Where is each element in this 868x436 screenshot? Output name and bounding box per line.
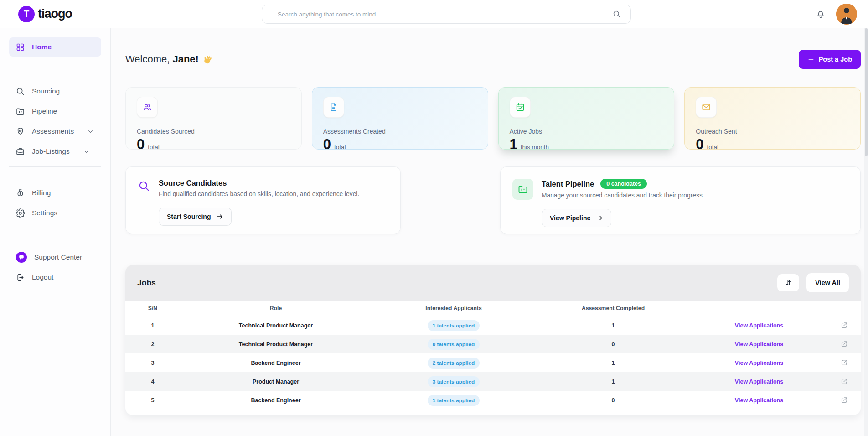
badge-shield-icon	[16, 127, 25, 136]
view-pipeline-button[interactable]: View Pipeline	[542, 209, 611, 227]
sidebar-item-pipeline[interactable]: Pipeline	[9, 102, 101, 121]
table-row: 4 Product Manager 3 talents applied 1 Vi…	[125, 372, 861, 391]
calendar-check-icon	[510, 97, 531, 118]
actions-cell: View Applications	[691, 341, 827, 348]
external-link-icon[interactable]	[827, 378, 861, 385]
applicants-badge: 2 talents applied	[428, 358, 480, 369]
sidebar-divider	[9, 166, 101, 167]
sidebar-divider	[9, 62, 101, 62]
search-icon	[16, 87, 25, 96]
role-cell: Technical Product Manager	[180, 322, 372, 329]
search-icon[interactable]	[612, 10, 621, 19]
stat-card-outreach-sent: Outreach Sent 0 total	[684, 87, 861, 150]
table-header-row: S/N Role Interested Applicants Assessmen…	[125, 301, 861, 316]
user-avatar[interactable]	[836, 4, 857, 25]
action-cards-row: Source Candidates Find qualified candida…	[125, 166, 861, 234]
start-sourcing-button[interactable]: Start Sourcing	[159, 208, 232, 226]
external-link-icon[interactable]	[827, 322, 861, 329]
view-all-button[interactable]: View All	[806, 273, 849, 292]
applicants-badge: 1 talents applied	[428, 395, 480, 406]
wave-hand-icon	[201, 52, 214, 66]
column-header-role: Role	[180, 305, 372, 311]
sidebar-item-settings[interactable]: Settings	[9, 203, 101, 223]
view-applications-link[interactable]: View Applications	[735, 379, 783, 385]
column-header-sn: S/N	[125, 305, 180, 311]
chevron-down-icon[interactable]	[83, 148, 90, 155]
global-search	[262, 5, 631, 24]
sidebar-item-label: Billing	[32, 189, 51, 197]
stat-card-active-jobs: Active Jobs 1 this month	[498, 87, 675, 150]
post-a-job-button[interactable]: Post a Job	[799, 50, 861, 69]
button-label: Start Sourcing	[167, 213, 211, 220]
chevron-down-icon[interactable]	[87, 128, 94, 135]
arrow-right-icon	[216, 213, 223, 220]
sort-button[interactable]	[777, 274, 799, 291]
search-input[interactable]	[262, 11, 612, 18]
stat-value: 1	[510, 136, 517, 153]
interested-applicants-cell: 3 talents applied	[372, 376, 536, 387]
view-applications-link[interactable]: View Applications	[735, 397, 783, 404]
serial-number-cell: 2	[125, 341, 180, 348]
header-divider	[769, 271, 769, 295]
jobs-table: S/N Role Interested Applicants Assessmen…	[125, 301, 861, 415]
sidebar-divider	[9, 228, 101, 228]
folder-kanban-icon	[16, 107, 25, 116]
grid-icon	[16, 42, 25, 52]
notifications-bell-icon[interactable]	[815, 9, 826, 20]
sidebar-item-assessments[interactable]: Assessments	[9, 122, 101, 141]
top-bar: T tiaogo	[0, 0, 868, 28]
brand-logo: T tiaogo	[18, 6, 72, 22]
serial-number-cell: 1	[125, 322, 180, 329]
stat-card-assessments-created: Assessments Created 0 total	[312, 87, 488, 150]
logo-mark-icon: T	[18, 6, 35, 22]
sidebar-item-label: Support Center	[34, 253, 82, 261]
sort-arrows-icon	[784, 279, 792, 287]
interested-applicants-cell: 1 talents applied	[372, 320, 536, 331]
external-link-icon[interactable]	[827, 340, 861, 348]
serial-number-cell: 5	[125, 397, 180, 404]
applicants-badge: 1 talents applied	[428, 320, 480, 331]
applicants-badge: 0 talents applied	[428, 339, 480, 350]
assessment-completed-cell: 0	[536, 397, 691, 404]
view-applications-link[interactable]: View Applications	[735, 322, 783, 329]
sidebar-item-sourcing[interactable]: Sourcing	[9, 82, 101, 101]
sidebar-item-label: Assessments	[32, 127, 74, 135]
stat-card-candidates-sourced: Candidates Sourced 0 total	[125, 87, 302, 150]
applicants-badge: 3 talents applied	[428, 376, 480, 387]
sidebar-item-home[interactable]: Home	[9, 37, 101, 57]
scrollbar-thumb[interactable]	[865, 28, 868, 156]
assessment-completed-cell: 1	[536, 379, 691, 385]
actions-cell: View Applications	[691, 322, 827, 329]
interested-applicants-cell: 2 talents applied	[372, 358, 536, 369]
column-header-assessment-completed: Assessment Completed	[536, 305, 691, 311]
stat-suffix: total	[148, 144, 160, 151]
sidebar-item-support-center[interactable]: Support Center	[9, 248, 101, 267]
sidebar-item-logout[interactable]: Logout	[9, 268, 101, 287]
support-chat-icon	[16, 251, 27, 263]
view-applications-link[interactable]: View Applications	[735, 360, 783, 366]
external-link-icon[interactable]	[827, 396, 861, 404]
card-description: Find qualified candidates based on skill…	[159, 191, 359, 197]
role-cell: Technical Product Manager	[180, 341, 372, 348]
sidebar-item-job-listings[interactable]: Job-Listings	[9, 142, 101, 161]
sidebar-item-label: Job-Listings	[32, 147, 70, 156]
interested-applicants-cell: 1 talents applied	[372, 395, 536, 406]
stat-label: Candidates Sourced	[137, 128, 290, 135]
briefcase-icon	[16, 147, 25, 156]
post-a-job-label: Post a Job	[819, 56, 852, 63]
sidebar-item-label: Logout	[32, 273, 53, 281]
page-title: Welcome, Jane!	[125, 53, 213, 65]
welcome-name: Jane!	[172, 53, 198, 65]
search-icon	[138, 180, 150, 222]
serial-number-cell: 3	[125, 360, 180, 366]
stat-label: Active Jobs	[510, 128, 663, 135]
actions-cell: View Applications	[691, 397, 827, 404]
page-scrollbar[interactable]	[864, 28, 868, 436]
sidebar-item-label: Home	[32, 43, 52, 51]
view-applications-link[interactable]: View Applications	[735, 341, 783, 348]
external-link-icon[interactable]	[827, 359, 861, 367]
sidebar-item-billing[interactable]: Billing	[9, 183, 101, 202]
brand-name: tiaogo	[38, 7, 72, 21]
folder-kanban-icon	[512, 179, 533, 200]
jobs-panel-header: Jobs View All	[125, 265, 861, 301]
